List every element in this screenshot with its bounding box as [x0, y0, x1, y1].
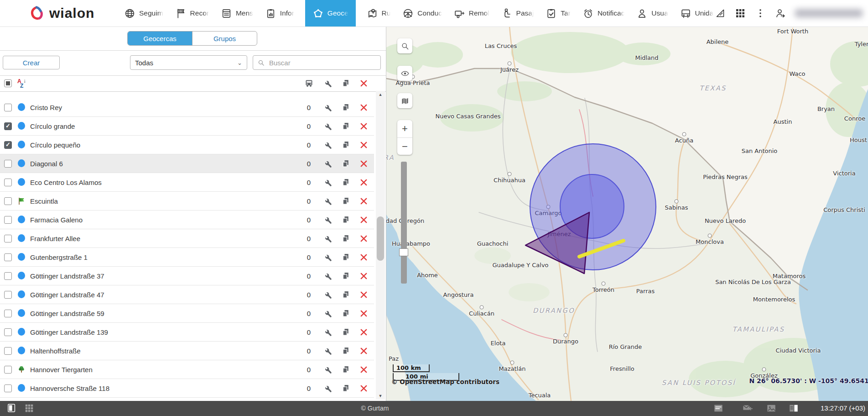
map-visibility-button[interactable]: [397, 66, 412, 81]
delete-button[interactable]: [358, 271, 369, 281]
geofence-row-haltenhoffstra-e[interactable]: Haltenhoffstraße0: [0, 342, 374, 360]
row-checkbox[interactable]: [4, 272, 12, 280]
mail-arrow-icon[interactable]: [742, 403, 753, 413]
geofence-row-hannover-tiergarten[interactable]: Hannover Tiergarten0: [0, 360, 374, 379]
nav-item-unida[interactable]: Unida: [679, 0, 715, 26]
edit-button[interactable]: [322, 365, 333, 374]
map-layers-button[interactable]: [397, 93, 412, 108]
row-checkbox[interactable]: [4, 141, 12, 149]
photo-icon[interactable]: [766, 403, 777, 413]
geofence-row-frankfurter-allee[interactable]: Frankfurter Allee0: [0, 229, 374, 248]
copy-button[interactable]: [340, 253, 351, 262]
split-view-icon[interactable]: [788, 403, 799, 413]
nav-item-mens[interactable]: Mens: [220, 0, 254, 26]
copy-button[interactable]: [340, 103, 351, 112]
delete-button[interactable]: [358, 309, 369, 318]
geofence-row-diagonal-6[interactable]: Diagonal 60: [0, 154, 374, 173]
edit-button[interactable]: [322, 253, 333, 262]
nav-item-usua[interactable]: Usua: [635, 0, 669, 26]
copy-button[interactable]: [340, 215, 351, 225]
copy-button[interactable]: [340, 196, 351, 206]
geofence-row-cristo-rey[interactable]: Cristo Rey0: [0, 98, 374, 117]
row-checkbox[interactable]: [4, 197, 12, 205]
units-column-icon[interactable]: [297, 79, 320, 88]
row-checkbox[interactable]: [4, 160, 12, 168]
geofence-row-g-ttinger-landstra-e-37[interactable]: Göttinger Landstraße 370: [0, 267, 374, 285]
geofence-row-g-ttinger-landstra-e-47[interactable]: Göttinger Landstraße 470: [0, 285, 374, 304]
edit-button[interactable]: [322, 290, 333, 300]
delete-button[interactable]: [358, 346, 369, 356]
edit-button[interactable]: [322, 234, 333, 243]
copy-button[interactable]: [340, 121, 351, 131]
delete-button[interactable]: [358, 253, 369, 262]
row-checkbox[interactable]: [4, 216, 12, 224]
row-checkbox[interactable]: [4, 310, 12, 317]
edit-column-icon[interactable]: [322, 79, 333, 88]
delete-button[interactable]: [358, 327, 369, 337]
select-all-checkbox[interactable]: [4, 79, 12, 87]
row-checkbox[interactable]: [4, 291, 12, 299]
geofence-row-eco-centro-los-alamos[interactable]: Eco Centro Los Alamos0: [0, 173, 374, 192]
nav-item-notificac[interactable]: Notificac: [582, 0, 625, 26]
search-input[interactable]: [268, 58, 376, 67]
delete-button[interactable]: [358, 384, 369, 393]
tab-grupos[interactable]: Grupos: [192, 32, 257, 45]
edit-button[interactable]: [322, 271, 333, 281]
delete-button[interactable]: [358, 140, 369, 150]
copy-button[interactable]: [340, 140, 351, 150]
dashboard-grid-icon[interactable]: [24, 403, 35, 413]
nav-item-geoce[interactable]: Geoce: [305, 0, 356, 26]
row-checkbox[interactable]: [4, 347, 12, 355]
notes-icon[interactable]: [713, 403, 724, 413]
wialon-logo[interactable]: wialon: [28, 4, 94, 22]
geofence-row-g-ttinger-landstra-e-59[interactable]: Göttinger Landstraße 590: [0, 304, 374, 323]
geofence-row-gutenbergstra-e-1[interactable]: Gutenbergstraße 10: [0, 248, 374, 267]
edit-button[interactable]: [322, 103, 333, 112]
copy-button[interactable]: [340, 327, 351, 337]
copy-button[interactable]: [340, 290, 351, 300]
scroll-down-arrow[interactable]: ▼: [376, 392, 385, 400]
nav-item-seguim[interactable]: Seguim: [123, 0, 164, 26]
row-checkbox[interactable]: [4, 179, 12, 186]
sort-az-icon[interactable]: A↓Z: [17, 78, 29, 89]
geofence-row-c-rculo-grande[interactable]: Círculo grande0: [0, 117, 374, 136]
nav-item-ru[interactable]: Ru: [366, 0, 392, 26]
geofence-row-g-ttinger-landstra-e-139[interactable]: Göttinger Landstraße 1390: [0, 323, 374, 342]
copy-button[interactable]: [340, 178, 351, 187]
zoom-in-button[interactable]: +: [397, 120, 412, 137]
delete-button[interactable]: [358, 159, 369, 169]
map-search-button[interactable]: [397, 38, 412, 53]
delete-button[interactable]: [358, 215, 369, 225]
map[interactable]: Las CrucesJuárezMidlandAbileneFort Worth…: [386, 26, 868, 401]
scrollbar-thumb[interactable]: [377, 216, 384, 261]
nav-item-tar[interactable]: Tar: [545, 0, 572, 26]
edit-button[interactable]: [322, 346, 333, 356]
nav-item-remol[interactable]: Remol: [453, 0, 490, 26]
edit-button[interactable]: [322, 215, 333, 225]
delete-button[interactable]: [358, 103, 369, 112]
zoom-out-button[interactable]: −: [397, 137, 412, 155]
copy-button[interactable]: [340, 346, 351, 356]
scroll-up-arrow[interactable]: ▲: [376, 91, 385, 98]
copy-button[interactable]: [340, 234, 351, 243]
geofence-row-escuintla[interactable]: Escuintla0: [0, 192, 374, 211]
geofence-row-c-rculo-peque-o[interactable]: Círculo pequeño0: [0, 136, 374, 154]
row-checkbox[interactable]: [4, 253, 12, 261]
user-menu-button[interactable]: [775, 8, 786, 19]
panel-toggle-icon[interactable]: [6, 403, 17, 413]
geofence-row-farmacia-galeno[interactable]: Farmacia Galeno0: [0, 211, 374, 229]
filter-dropdown[interactable]: Todas ⌄: [130, 55, 247, 70]
delete-column-icon[interactable]: [358, 79, 369, 88]
geofence-row-hannoversche-stra-e-118[interactable]: Hannoversche Straße 1180: [0, 379, 374, 398]
kebab-menu-button[interactable]: [755, 8, 766, 19]
copy-button[interactable]: [340, 384, 351, 393]
delete-button[interactable]: [358, 196, 369, 206]
copy-button[interactable]: [340, 159, 351, 169]
row-checkbox[interactable]: [4, 366, 12, 374]
tab-geocercas[interactable]: Geocercas: [128, 32, 192, 45]
apps-grid-button[interactable]: [735, 8, 746, 19]
copy-button[interactable]: [340, 271, 351, 281]
edit-button[interactable]: [322, 121, 333, 131]
copy-column-icon[interactable]: [340, 79, 351, 88]
copy-button[interactable]: [340, 365, 351, 374]
